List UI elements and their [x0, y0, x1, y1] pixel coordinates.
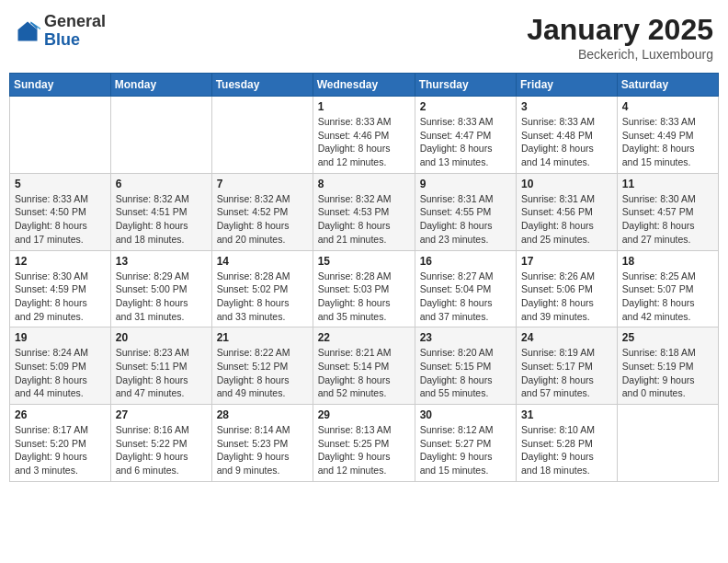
weekday-header-thursday: Thursday — [415, 74, 516, 97]
calendar-week-2: 5Sunrise: 8:33 AM Sunset: 4:50 PM Daylig… — [10, 173, 719, 250]
day-number: 6 — [116, 178, 207, 190]
day-number: 9 — [420, 178, 511, 190]
day-number: 24 — [521, 331, 612, 344]
day-info: Sunrise: 8:14 AM Sunset: 5:23 PM Dayligh… — [217, 423, 308, 477]
logo-icon — [15, 18, 40, 44]
day-number: 21 — [217, 331, 308, 344]
day-number: 1 — [318, 100, 410, 113]
calendar-cell: 8Sunrise: 8:32 AM Sunset: 4:53 PM Daylig… — [313, 173, 415, 250]
logo-general: General — [44, 13, 106, 31]
day-number: 17 — [521, 255, 612, 268]
calendar-week-3: 12Sunrise: 8:30 AM Sunset: 4:59 PM Dayli… — [10, 250, 719, 327]
day-info: Sunrise: 8:12 AM Sunset: 5:27 PM Dayligh… — [420, 423, 511, 477]
day-number: 28 — [217, 408, 308, 421]
day-info: Sunrise: 8:23 AM Sunset: 5:11 PM Dayligh… — [116, 346, 207, 400]
day-info: Sunrise: 8:18 AM Sunset: 5:19 PM Dayligh… — [622, 346, 713, 400]
weekday-header-saturday: Saturday — [617, 74, 718, 97]
day-number: 31 — [521, 408, 612, 421]
day-number: 8 — [318, 178, 410, 190]
day-info: Sunrise: 8:10 AM Sunset: 5:28 PM Dayligh… — [521, 423, 612, 477]
calendar-header: SundayMondayTuesdayWednesdayThursdayFrid… — [10, 74, 719, 97]
day-info: Sunrise: 8:28 AM Sunset: 5:02 PM Dayligh… — [217, 270, 308, 324]
day-number: 20 — [116, 331, 207, 344]
day-number: 14 — [217, 255, 308, 268]
calendar-cell: 12Sunrise: 8:30 AM Sunset: 4:59 PM Dayli… — [10, 250, 111, 327]
calendar-cell: 2Sunrise: 8:33 AM Sunset: 4:47 PM Daylig… — [415, 97, 516, 174]
day-number: 12 — [15, 255, 106, 268]
day-info: Sunrise: 8:24 AM Sunset: 5:09 PM Dayligh… — [15, 346, 106, 400]
calendar-cell: 3Sunrise: 8:33 AM Sunset: 4:48 PM Daylig… — [517, 97, 618, 174]
weekday-header-sunday: Sunday — [10, 74, 111, 97]
logo-text: General Blue — [44, 13, 106, 50]
calendar-cell: 6Sunrise: 8:32 AM Sunset: 4:51 PM Daylig… — [110, 173, 211, 250]
calendar-week-4: 19Sunrise: 8:24 AM Sunset: 5:09 PM Dayli… — [10, 327, 719, 405]
day-info: Sunrise: 8:32 AM Sunset: 4:51 PM Dayligh… — [116, 192, 207, 247]
day-number: 25 — [622, 331, 713, 344]
weekday-header-wednesday: Wednesday — [313, 74, 415, 97]
weekday-header-monday: Monday — [110, 74, 211, 97]
calendar-cell: 29Sunrise: 8:13 AM Sunset: 5:25 PM Dayli… — [313, 405, 415, 482]
day-info: Sunrise: 8:31 AM Sunset: 4:56 PM Dayligh… — [521, 192, 612, 247]
calendar-cell: 4Sunrise: 8:33 AM Sunset: 4:49 PM Daylig… — [617, 97, 718, 174]
calendar-cell: 13Sunrise: 8:29 AM Sunset: 5:00 PM Dayli… — [110, 250, 211, 327]
weekday-row: SundayMondayTuesdayWednesdayThursdayFrid… — [10, 74, 719, 97]
day-info: Sunrise: 8:16 AM Sunset: 5:22 PM Dayligh… — [116, 423, 207, 477]
title-block: January 2025 Beckerich, Luxembourg — [527, 13, 713, 62]
calendar-cell — [617, 405, 718, 482]
calendar-cell: 16Sunrise: 8:27 AM Sunset: 5:04 PM Dayli… — [415, 250, 516, 327]
day-number: 5 — [15, 178, 106, 190]
day-info: Sunrise: 8:20 AM Sunset: 5:15 PM Dayligh… — [420, 346, 511, 400]
calendar-cell — [10, 97, 111, 174]
day-number: 13 — [116, 255, 207, 268]
calendar-table: SundayMondayTuesdayWednesdayThursdayFrid… — [9, 73, 719, 482]
logo-blue: Blue — [44, 31, 106, 50]
day-number: 23 — [420, 331, 511, 344]
day-info: Sunrise: 8:17 AM Sunset: 5:20 PM Dayligh… — [15, 423, 106, 477]
day-number: 11 — [622, 178, 713, 190]
calendar-cell: 25Sunrise: 8:18 AM Sunset: 5:19 PM Dayli… — [617, 327, 718, 405]
calendar-cell: 24Sunrise: 8:19 AM Sunset: 5:17 PM Dayli… — [517, 327, 618, 405]
weekday-header-tuesday: Tuesday — [211, 74, 313, 97]
day-number: 29 — [318, 408, 410, 421]
day-number: 3 — [521, 100, 612, 113]
calendar-cell: 1Sunrise: 8:33 AM Sunset: 4:46 PM Daylig… — [313, 97, 415, 174]
day-number: 7 — [217, 178, 308, 190]
calendar-cell: 9Sunrise: 8:31 AM Sunset: 4:55 PM Daylig… — [415, 173, 516, 250]
calendar-cell: 28Sunrise: 8:14 AM Sunset: 5:23 PM Dayli… — [211, 405, 313, 482]
calendar-cell — [110, 97, 211, 174]
day-info: Sunrise: 8:19 AM Sunset: 5:17 PM Dayligh… — [521, 346, 612, 400]
calendar-cell: 31Sunrise: 8:10 AM Sunset: 5:28 PM Dayli… — [517, 405, 618, 482]
location: Beckerich, Luxembourg — [527, 47, 713, 62]
calendar-cell: 26Sunrise: 8:17 AM Sunset: 5:20 PM Dayli… — [10, 405, 111, 482]
calendar-cell: 20Sunrise: 8:23 AM Sunset: 5:11 PM Dayli… — [110, 327, 211, 405]
calendar-cell: 11Sunrise: 8:30 AM Sunset: 4:57 PM Dayli… — [617, 173, 718, 250]
calendar-cell: 19Sunrise: 8:24 AM Sunset: 5:09 PM Dayli… — [10, 327, 111, 405]
day-info: Sunrise: 8:33 AM Sunset: 4:46 PM Dayligh… — [318, 115, 410, 169]
day-number: 22 — [318, 331, 410, 344]
day-number: 16 — [420, 255, 511, 268]
day-info: Sunrise: 8:21 AM Sunset: 5:14 PM Dayligh… — [318, 346, 410, 400]
weekday-header-friday: Friday — [517, 74, 618, 97]
day-number: 26 — [15, 408, 106, 421]
calendar-body: 1Sunrise: 8:33 AM Sunset: 4:46 PM Daylig… — [10, 97, 719, 482]
calendar-cell: 30Sunrise: 8:12 AM Sunset: 5:27 PM Dayli… — [415, 405, 516, 482]
calendar-cell: 22Sunrise: 8:21 AM Sunset: 5:14 PM Dayli… — [313, 327, 415, 405]
day-info: Sunrise: 8:29 AM Sunset: 5:00 PM Dayligh… — [116, 270, 207, 324]
day-number: 10 — [521, 178, 612, 190]
day-info: Sunrise: 8:30 AM Sunset: 4:57 PM Dayligh… — [622, 192, 713, 247]
day-info: Sunrise: 8:22 AM Sunset: 5:12 PM Dayligh… — [217, 346, 308, 400]
day-info: Sunrise: 8:30 AM Sunset: 4:59 PM Dayligh… — [15, 270, 106, 324]
calendar-cell: 18Sunrise: 8:25 AM Sunset: 5:07 PM Dayli… — [617, 250, 718, 327]
day-number: 18 — [622, 255, 713, 268]
calendar-cell: 27Sunrise: 8:16 AM Sunset: 5:22 PM Dayli… — [110, 405, 211, 482]
calendar-week-5: 26Sunrise: 8:17 AM Sunset: 5:20 PM Dayli… — [10, 405, 719, 482]
calendar-cell: 23Sunrise: 8:20 AM Sunset: 5:15 PM Dayli… — [415, 327, 516, 405]
day-number: 19 — [15, 331, 106, 344]
calendar-week-1: 1Sunrise: 8:33 AM Sunset: 4:46 PM Daylig… — [10, 97, 719, 174]
day-number: 4 — [622, 100, 713, 113]
day-number: 27 — [116, 408, 207, 421]
day-info: Sunrise: 8:33 AM Sunset: 4:47 PM Dayligh… — [420, 115, 511, 169]
day-info: Sunrise: 8:33 AM Sunset: 4:49 PM Dayligh… — [622, 115, 713, 169]
calendar-cell: 17Sunrise: 8:26 AM Sunset: 5:06 PM Dayli… — [517, 250, 618, 327]
calendar-cell — [211, 97, 313, 174]
